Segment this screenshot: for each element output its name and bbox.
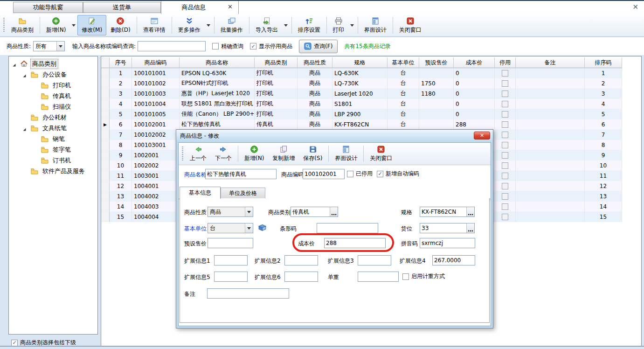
stop-checkbox[interactable]: ✓: [502, 193, 508, 200]
stop-checkbox[interactable]: ✓: [502, 132, 508, 138]
stop-checkbox[interactable]: ✓: [502, 203, 508, 210]
toolbar-button-sort[interactable]: 排序设置: [294, 15, 325, 35]
column-header-10[interactable]: 备注: [516, 57, 585, 68]
tree-item-2[interactable]: 打印机: [9, 80, 97, 91]
dialog-toolbar-button-add[interactable]: 新增(N): [240, 144, 268, 164]
ellipsis-button[interactable]: …: [330, 207, 338, 216]
table-row-6[interactable]: ▶6100102001松下热敏传真机传真机商品KX-FT862CN台288✓6: [101, 119, 622, 130]
ext2-input[interactable]: [284, 255, 318, 265]
stop-checkbox[interactable]: ✓: [502, 111, 508, 118]
column-header-1[interactable]: 商品编码: [132, 57, 180, 68]
stop-checkbox[interactable]: ✓: [502, 91, 508, 97]
toolbar-button-print[interactable]: 打印: [329, 15, 348, 35]
column-header-8[interactable]: 成本价: [454, 57, 495, 68]
tree-item-1[interactable]: 办公设备: [9, 69, 97, 80]
dialog-toolbar-button-next[interactable]: 下一个: [211, 144, 236, 164]
ext1-input[interactable]: [214, 255, 248, 265]
product-name-input[interactable]: [205, 169, 277, 179]
tab-close-icon[interactable]: ✕: [228, 4, 233, 10]
stop-checkbox[interactable]: ✓: [502, 183, 508, 189]
cost-price-input[interactable]: [324, 238, 386, 248]
search-input[interactable]: [138, 41, 206, 51]
remark-input[interactable]: [207, 288, 289, 299]
toolbar-button-add[interactable]: 新增(N): [42, 15, 70, 35]
tree-item-5[interactable]: 办公耗材: [9, 112, 97, 123]
barcode-input[interactable]: [317, 223, 378, 233]
weigh-mode-checkbox[interactable]: ✓: [402, 273, 409, 280]
toolbar-button-batch[interactable]: 批量操作: [216, 15, 247, 35]
stop-checkbox[interactable]: ✓: [502, 121, 508, 128]
stop-checkbox[interactable]: ✓: [502, 162, 508, 169]
tab-delivery-note[interactable]: 送货单: [83, 2, 161, 13]
preset-price-input[interactable]: [208, 238, 253, 248]
tree-item-6[interactable]: 文具纸笔: [9, 123, 97, 133]
stop-checkbox[interactable]: ✓: [502, 80, 508, 87]
tab-product-info[interactable]: 商品信息 ✕: [161, 1, 239, 14]
table-row-2[interactable]: 2100101002EPSON针式打印机打印机商品LQ-730K台17500✓2: [101, 78, 622, 89]
table-row-4[interactable]: 4100101004联想 S1801 黑白激光打印机打印机商品S1801台0✓4: [101, 99, 622, 109]
query-button[interactable]: 查询(F): [299, 40, 338, 53]
column-header-0[interactable]: 序号: [110, 57, 132, 68]
dialog-toolbar-button-save[interactable]: 保存(S): [299, 144, 326, 164]
table-row-1[interactable]: 1100101001EPSON LQ-630K打印机商品LQ-630K台0✓1: [101, 68, 622, 78]
column-header-11[interactable]: 排序码: [585, 57, 622, 68]
nature-combo[interactable]: 商品: [208, 207, 253, 217]
tree-item-0[interactable]: 商品类别: [9, 58, 97, 69]
column-header-2[interactable]: 商品名称: [180, 57, 255, 68]
toolbar-button-details[interactable]: 查看详情: [139, 15, 170, 35]
dropdown-arrow-icon[interactable]: [205, 14, 212, 36]
toolbar-button-design[interactable]: 界面设计: [360, 15, 391, 35]
unit-weight-input[interactable]: [358, 272, 399, 282]
window-close-icon[interactable]: ✕: [632, 4, 638, 11]
stop-checkbox[interactable]: ✓: [502, 173, 508, 179]
dialog-toolbar-button-copy[interactable]: 复制新增: [268, 144, 299, 164]
nature-filter-combo[interactable]: 所有: [33, 41, 65, 51]
tree-item-8[interactable]: 签字笔: [9, 144, 97, 155]
dialog-toolbar-button-prev[interactable]: 上一个: [186, 144, 211, 164]
stop-checkbox[interactable]: ✓: [502, 70, 508, 77]
tree-item-3[interactable]: 传真机: [9, 91, 97, 101]
dropdown-arrow-icon[interactable]: [70, 14, 77, 36]
dialog-close-button[interactable]: ✕: [474, 132, 490, 140]
tree-expander-icon[interactable]: [12, 62, 16, 66]
ext4-input[interactable]: [432, 255, 475, 265]
column-header-4[interactable]: 商品性质: [298, 57, 332, 68]
tree-item-7[interactable]: 钢笔: [9, 133, 97, 144]
ellipsis-button[interactable]: …: [466, 223, 474, 233]
tree-item-9[interactable]: 订书机: [9, 155, 97, 166]
dialog-toolbar-grip[interactable]: [182, 147, 183, 161]
combo-dropdown-icon[interactable]: [245, 223, 253, 233]
combo-dropdown-icon[interactable]: [245, 207, 253, 216]
product-code-input[interactable]: [303, 169, 345, 179]
pinyin-input[interactable]: [420, 238, 475, 248]
exact-search-checkbox[interactable]: ✓: [212, 43, 219, 49]
tab-nav-window[interactable]: 功能导航窗: [13, 2, 83, 13]
unit-book-icon[interactable]: [258, 223, 267, 232]
tree-expander-icon[interactable]: [22, 126, 27, 131]
column-header-5[interactable]: 规格: [332, 57, 388, 68]
toolbar-button-more[interactable]: 更多操作: [174, 15, 205, 35]
autocode-checkbox[interactable]: ✓: [377, 171, 383, 177]
tree-item-10[interactable]: 软件产品及服务: [9, 166, 97, 176]
column-header-7[interactable]: 预设售价: [419, 57, 454, 68]
tab-units-prices[interactable]: 单位及价格: [221, 188, 265, 199]
stop-checkbox[interactable]: ✓: [502, 214, 508, 220]
category-picker[interactable]: 传真机 …: [291, 207, 338, 217]
toolbar-button-io[interactable]: 导入导出: [251, 15, 282, 35]
tree-item-4[interactable]: 扫描仪: [9, 101, 97, 112]
column-header-6[interactable]: 基本单位: [388, 57, 419, 68]
stop-checkbox[interactable]: ✓: [502, 152, 508, 159]
toolbar-button-delete[interactable]: 删除(D): [106, 15, 135, 35]
ext6-input[interactable]: [284, 272, 318, 282]
dialog-toolbar-button-design[interactable]: 界面设计: [331, 144, 361, 164]
ellipsis-button[interactable]: …: [466, 207, 474, 216]
stop-checkbox[interactable]: ✓: [502, 101, 508, 107]
toolbar-grip[interactable]: [3, 18, 5, 33]
combo-dropdown-icon[interactable]: [56, 42, 64, 51]
dialog-title-bar[interactable]: 商品信息 - 修改: [176, 130, 493, 142]
tree-expander-icon[interactable]: [22, 72, 27, 77]
dropdown-arrow-icon[interactable]: [282, 14, 290, 36]
stopped-checkbox[interactable]: ✓: [347, 171, 353, 177]
toolbar-button-edit[interactable]: 修改(M): [77, 15, 106, 35]
base-unit-combo[interactable]: 台: [208, 223, 253, 233]
